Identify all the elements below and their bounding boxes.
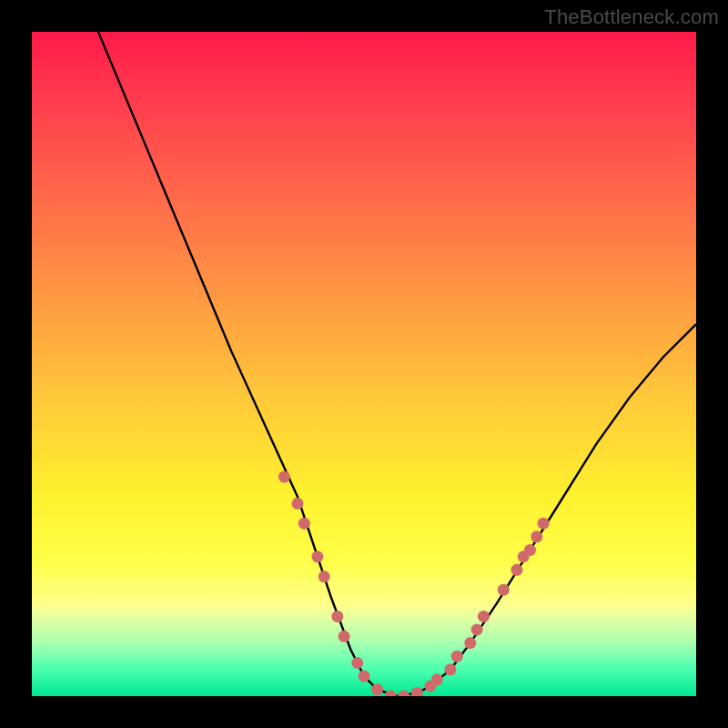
scatter-dot bbox=[371, 683, 383, 695]
scatter-dot bbox=[471, 624, 483, 636]
scatter-dot bbox=[464, 637, 476, 649]
scatter-dot bbox=[339, 631, 350, 642]
chart-frame: TheBottleneck.com bbox=[0, 0, 728, 728]
scatter-dot bbox=[531, 531, 542, 542]
scatter-dot bbox=[398, 691, 410, 697]
scatter-dot bbox=[444, 663, 456, 675]
scatter-dot bbox=[478, 611, 490, 622]
scatter-dot bbox=[498, 584, 510, 596]
chart-svg bbox=[32, 32, 696, 696]
scatter-dot bbox=[359, 671, 370, 682]
plot-area bbox=[32, 32, 696, 696]
scatter-dot bbox=[318, 571, 330, 582]
scatter-dot bbox=[524, 544, 536, 556]
watermark-label: TheBottleneck.com bbox=[544, 5, 719, 29]
scatter-dot bbox=[351, 657, 363, 669]
scatter-dot bbox=[451, 651, 463, 662]
bottleneck-curve bbox=[98, 32, 696, 696]
scatter-dot bbox=[298, 518, 310, 530]
scatter-dot bbox=[431, 673, 443, 685]
scatter-dot bbox=[411, 687, 423, 696]
scatter-dot bbox=[331, 611, 343, 622]
scatter-dot bbox=[385, 691, 397, 697]
scatter-dot bbox=[278, 471, 290, 483]
scatter-dot bbox=[311, 551, 323, 562]
scatter-dot bbox=[511, 564, 522, 576]
scatter-dot bbox=[292, 498, 304, 510]
scatter-dot bbox=[538, 518, 550, 530]
